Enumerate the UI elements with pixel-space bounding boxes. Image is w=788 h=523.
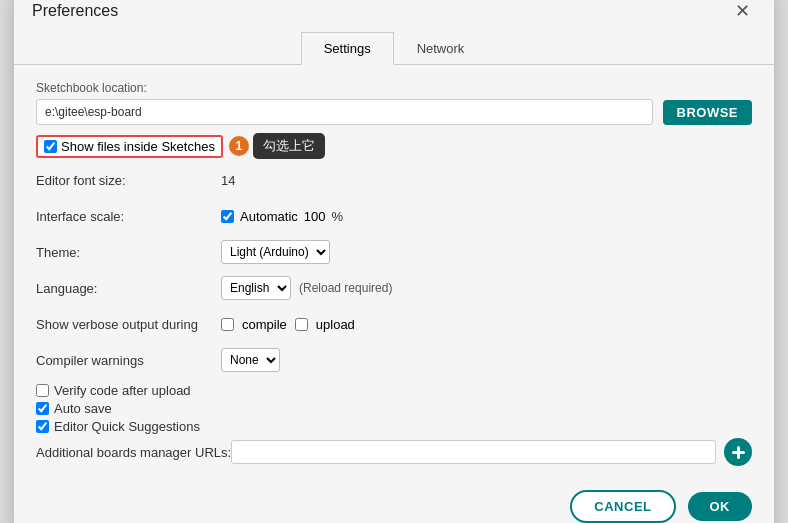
- language-row: Language: English (Reload required): [36, 275, 752, 301]
- ok-button[interactable]: OK: [688, 492, 753, 521]
- preferences-dialog: Preferences ✕ Settings Network Sketchboo…: [14, 0, 774, 523]
- show-files-label: Show files inside Sketches: [61, 139, 215, 154]
- autosave-option: Auto save: [36, 401, 752, 416]
- autosave-label: Auto save: [54, 401, 112, 416]
- sketchbook-row: BROWSE: [36, 99, 752, 125]
- step-badge: 1: [229, 136, 249, 156]
- verbose-compile-label: compile: [242, 317, 287, 332]
- tab-network[interactable]: Network: [394, 32, 488, 64]
- show-files-row: Show files inside Sketches 1 勾选上它: [36, 133, 752, 159]
- show-files-checkbox-box: Show files inside Sketches: [36, 135, 223, 158]
- settings-content: Sketchbook location: BROWSE Show files i…: [14, 65, 774, 476]
- additional-link-button[interactable]: [724, 438, 752, 466]
- link-icon: [731, 445, 746, 460]
- tooltip-text: 勾选上它: [253, 133, 325, 159]
- verify-label: Verify code after upload: [54, 383, 191, 398]
- verbose-controls: compile upload: [221, 317, 355, 332]
- autosave-checkbox[interactable]: [36, 402, 49, 415]
- tabs-container: Settings Network: [14, 32, 774, 65]
- font-size-row: Editor font size: 14: [36, 167, 752, 193]
- scale-auto-label: Automatic: [240, 209, 298, 224]
- sketchbook-label: Sketchbook location:: [36, 81, 752, 95]
- quick-suggestions-label: Editor Quick Suggestions: [54, 419, 200, 434]
- tab-settings[interactable]: Settings: [301, 32, 394, 65]
- compiler-options: Verify code after upload Auto save Edito…: [36, 383, 752, 434]
- language-label: Language:: [36, 281, 221, 296]
- compiler-warnings-row: Compiler warnings None: [36, 347, 752, 373]
- verify-checkbox[interactable]: [36, 384, 49, 397]
- cancel-button[interactable]: CANCEL: [570, 490, 675, 523]
- interface-scale-label: Interface scale:: [36, 209, 221, 224]
- verify-option: Verify code after upload: [36, 383, 752, 398]
- reload-note: (Reload required): [299, 281, 392, 295]
- scale-value: 100: [304, 209, 326, 224]
- svg-rect-1: [737, 446, 740, 459]
- verbose-upload-checkbox[interactable]: [295, 318, 308, 331]
- language-select[interactable]: English: [221, 276, 291, 300]
- dialog-title: Preferences: [32, 2, 118, 20]
- verbose-compile-checkbox[interactable]: [221, 318, 234, 331]
- dialog-header: Preferences ✕: [14, 0, 774, 24]
- scale-auto-checkbox[interactable]: [221, 210, 234, 223]
- browse-button[interactable]: BROWSE: [663, 100, 753, 125]
- scale-percent: %: [332, 209, 344, 224]
- additional-input[interactable]: [231, 440, 716, 464]
- quick-suggestions-checkbox[interactable]: [36, 420, 49, 433]
- additional-row: Additional boards manager URLs:: [36, 438, 752, 466]
- theme-select[interactable]: Light (Arduino): [221, 240, 330, 264]
- font-size-value: 14: [221, 173, 235, 188]
- interface-scale-row: Interface scale: Automatic 100 %: [36, 203, 752, 229]
- verbose-upload-label: upload: [316, 317, 355, 332]
- compiler-warnings-select[interactable]: None: [221, 348, 280, 372]
- quick-suggestions-option: Editor Quick Suggestions: [36, 419, 752, 434]
- show-files-checkbox[interactable]: [44, 140, 57, 153]
- verbose-label: Show verbose output during: [36, 317, 221, 332]
- sketchbook-path-input[interactable]: [36, 99, 653, 125]
- close-button[interactable]: ✕: [729, 0, 756, 24]
- additional-label: Additional boards manager URLs:: [36, 445, 231, 460]
- font-size-label: Editor font size:: [36, 173, 221, 188]
- compiler-warnings-label: Compiler warnings: [36, 353, 221, 368]
- verbose-row: Show verbose output during compile uploa…: [36, 311, 752, 337]
- theme-label: Theme:: [36, 245, 221, 260]
- scale-controls: Automatic 100 %: [221, 209, 343, 224]
- dialog-footer: CANCEL OK: [14, 476, 774, 523]
- theme-row: Theme: Light (Arduino): [36, 239, 752, 265]
